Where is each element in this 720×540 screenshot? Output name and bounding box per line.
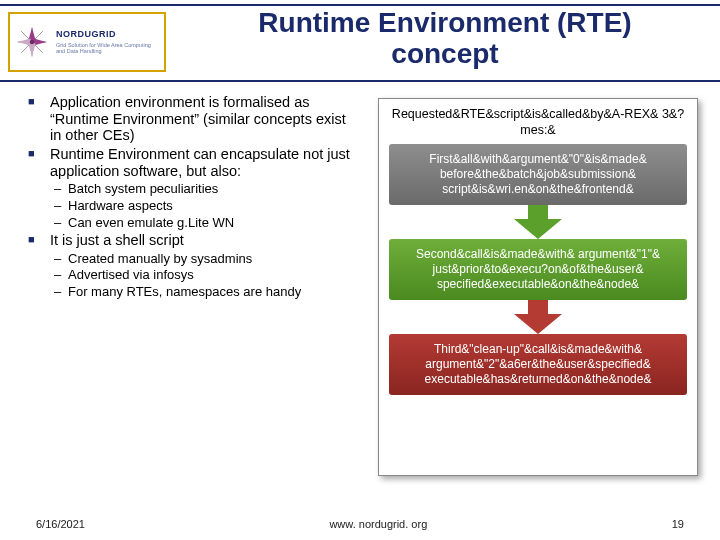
bullet-2-sub-2: Hardware aspects [50, 198, 360, 214]
logo-text: NORDUGRID Grid Solution for Wide Area Co… [56, 30, 160, 54]
bullet-2-sub-1: Batch system peculiarities [50, 181, 360, 197]
footer-date: 6/16/2021 [36, 518, 85, 530]
bullet-2-sub-3: Can even emulate g.Lite WN [50, 215, 360, 231]
footer-url: www. nordugrid. org [329, 518, 427, 530]
bullet-1: Application environment is formalised as… [28, 94, 360, 144]
title-line-2: concept [391, 38, 498, 69]
slide-title: Runtime Environment (RTE) concept [180, 8, 710, 70]
title-line-1: Runtime Environment (RTE) [258, 7, 631, 38]
diagram-caption: Requested&RTE&script&is&called&by&A-REX&… [389, 107, 687, 138]
logo-brand: NORDUGRID [56, 30, 160, 39]
bullet-3: It is just a shell script Created manual… [28, 232, 360, 299]
logo: NORDUGRID Grid Solution for Wide Area Co… [8, 12, 166, 72]
diagram-box-2: Second&call&is&made&with& argument&"1"& … [389, 239, 687, 300]
arrow-down-icon [389, 205, 687, 239]
arrow-down-icon [389, 300, 687, 334]
diagram-box-1: First&all&with&argument&"0"&is&made& bef… [389, 144, 687, 205]
bullet-3-sub-3: For many RTEs, namespaces are handy [50, 284, 360, 300]
footer-page: 19 [672, 518, 684, 530]
slide-footer: 6/16/2021 www. nordugrid. org 19 [0, 518, 720, 530]
diagram-box-3: Third&"clean-up"&call&is&made&with& argu… [389, 334, 687, 395]
bullet-2-text: Runtime Environment can encapsulate not … [50, 146, 350, 179]
body-text: Application environment is formalised as… [28, 94, 360, 302]
svg-point-4 [30, 40, 35, 45]
bullet-3-text: It is just a shell script [50, 232, 184, 248]
logo-tagline: Grid Solution for Wide Area Computing an… [56, 42, 160, 54]
bullet-2: Runtime Environment can encapsulate not … [28, 146, 360, 230]
logo-star-icon [14, 24, 50, 60]
rte-diagram: Requested&RTE&script&is&called&by&A-REX&… [378, 98, 698, 476]
bullet-3-sub-1: Created manually by sysadmins [50, 251, 360, 267]
bullet-3-sub-2: Advertised via infosys [50, 267, 360, 283]
